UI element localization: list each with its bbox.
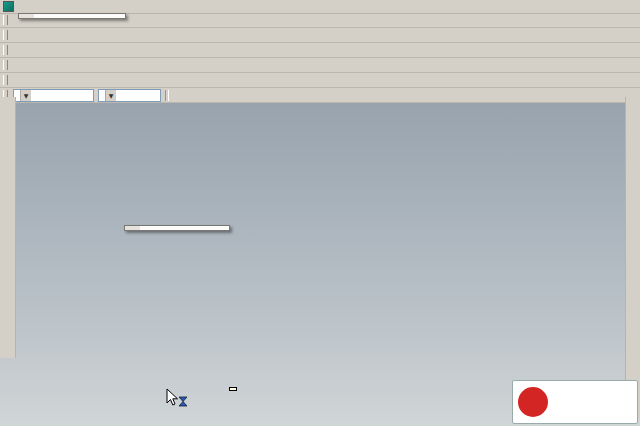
wcs-triad [354,196,384,222]
toolbar-grip[interactable] [3,45,8,55]
toolbar-row-mold-wizard [0,73,640,88]
toolbar-row-utility [0,58,640,73]
menu-bar [0,0,640,14]
app-icon [3,1,14,12]
selection-bar: ▼ ▼ [0,88,640,103]
toolbar-row-surface-boolean [0,43,640,58]
edit-menu-dropdown [18,13,126,19]
selection-filter-combo[interactable]: ▼ [13,89,94,102]
watermark-badge [512,380,638,424]
toolbar-grip[interactable] [3,15,8,25]
toolbar-separator [165,90,169,101]
watermark-logo [518,387,548,417]
toolbar-row-sketch-feature [0,28,640,43]
left-toolbar [0,97,16,358]
absolute-csys-triad [5,387,28,410]
toolbar-grip[interactable] [3,75,8,85]
curve-submenu [124,225,230,231]
chevron-down-icon: ▼ [20,90,31,101]
tooltip [229,387,237,391]
chevron-down-icon: ▼ [105,90,116,101]
right-view-toolbar [625,97,640,418]
selection-scope-combo[interactable]: ▼ [98,89,161,102]
toolbar-grip[interactable] [3,30,8,40]
busy-cursor [166,388,190,410]
toolbar-dock: ▼ ▼ [0,13,640,103]
hourglass-icon [179,397,187,406]
toolbar-grip[interactable] [3,60,8,70]
